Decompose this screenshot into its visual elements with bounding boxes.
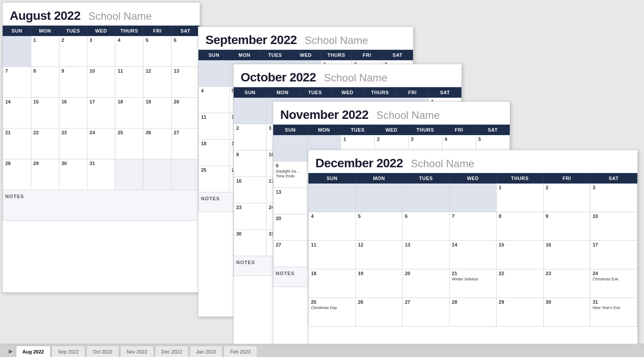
col-header-sun: SUN (3, 26, 31, 36)
day-number: 29 (499, 299, 504, 305)
day-number: 9 (62, 68, 64, 74)
calendar-cell: 8 (31, 67, 59, 98)
notes-row: NOTES (3, 190, 200, 221)
col-header-sat: SAT (590, 173, 637, 184)
event-new-years-eve: New Year's Eve (593, 305, 635, 310)
calendar-cell: 21Winter Solstice (450, 269, 497, 298)
day-number: 23 (546, 271, 551, 276)
event-christmas-day: Christmas Day (311, 305, 353, 310)
day-number: 25 (117, 130, 123, 135)
day-number: 21 (5, 130, 11, 135)
calendar-cell: 31 (87, 159, 115, 190)
day-number: 13 (405, 242, 410, 247)
day-number: 1 (343, 136, 346, 142)
day-number: 5 (358, 213, 361, 219)
day-number: 20 (405, 271, 410, 276)
calendar-cell: 24Christmas Eve (590, 269, 637, 298)
aug-grid: SUNMONTUESWEDTHURSFRISAT 123456789101112… (3, 26, 200, 221)
col-header-mon: MON (266, 88, 299, 98)
tab-nov-2022[interactable]: Nov 2022 (120, 346, 154, 357)
dec-grid: SUNMONTUESWEDTHURSFRISAT 123456789101112… (308, 173, 637, 327)
calendar-cell (143, 159, 172, 190)
day-number: 26 (358, 299, 363, 305)
day-number: 25 (311, 299, 316, 305)
calendar-row: 18192021Winter Solstice222324Christmas E… (309, 269, 637, 298)
calendar-cell: 27 (402, 298, 450, 327)
day-number: 20 (174, 99, 179, 104)
day-number: 30 (236, 231, 242, 236)
col-header-wed: WED (290, 50, 321, 60)
col-header-thurs: THURS (115, 26, 143, 36)
calendar-cell: 2 (59, 36, 87, 67)
calendar-row: 25Christmas Day262728293031New Year's Ev… (309, 298, 637, 327)
tab-left-arrow[interactable]: ▶ (6, 346, 15, 357)
calendar-cell: 18 (115, 98, 143, 129)
nov-school: School Name (377, 109, 440, 121)
calendar-cell: 11 (115, 67, 143, 98)
day-number: 8 (33, 68, 36, 74)
calendar-cell: 6Daylight Sa... Time Ends (274, 162, 307, 188)
calendar-cell: 13 (172, 67, 200, 98)
day-number: 16 (62, 99, 67, 104)
calendar-cell: 3 (590, 184, 637, 212)
calendar-row: 45678910 (309, 212, 637, 241)
day-number: 29 (33, 161, 39, 166)
sep-school: School Name (305, 34, 368, 47)
day-number: 4 (117, 37, 120, 43)
calendar-cell: 30 (543, 298, 590, 327)
calendar-row: 11121314151617 (309, 241, 637, 269)
col-header-sat: SAT (476, 125, 510, 135)
calendar-cell: 9 (59, 67, 87, 98)
calendar-cell: 23 (234, 203, 267, 230)
day-number: 6 (276, 163, 278, 168)
calendar-cell: 19 (355, 269, 402, 298)
calendar-row: 21222324252627 (3, 129, 200, 159)
calendar-cell: 29 (31, 159, 59, 190)
day-number: 4 (445, 136, 447, 142)
col-header-tues: TUES (341, 125, 375, 135)
tab-oct-2022[interactable]: Oct 2022 (86, 346, 119, 357)
day-number: 4 (201, 88, 204, 93)
dec-school: School Name (411, 158, 474, 170)
calendar-cell: 20 (274, 214, 307, 241)
day-number: 15 (33, 99, 39, 104)
oct-school: School Name (324, 72, 387, 84)
calendar-cell (234, 98, 267, 124)
col-header-mon: MON (307, 125, 341, 135)
calendar-cell: 11 (199, 113, 230, 140)
day-number: 28 (5, 161, 11, 166)
tab-sep-2022[interactable]: Sep 2022 (51, 346, 85, 357)
calendar-cell: 2 (234, 124, 267, 151)
calendar-cell: 10 (87, 67, 115, 98)
day-number: 12 (358, 242, 363, 247)
calendar-cell: 22 (31, 129, 59, 159)
calendar-cell: 15 (496, 241, 543, 269)
event-christmas-eve: Christmas Eve (593, 277, 635, 282)
august-calendar-sheet: August 2022 School Name SUNMONTUESWEDTHU… (2, 2, 200, 293)
aug-school: School Name (88, 10, 152, 22)
calendar-cell: 1 (31, 36, 59, 67)
day-number: 15 (499, 242, 504, 247)
day-number: 6 (174, 37, 176, 43)
calendar-cell: 17 (590, 241, 637, 269)
calendar-cell: 31New Year's Eve (590, 298, 637, 327)
day-number: 16 (236, 178, 242, 184)
tab-dec-2022[interactable]: Dec 2022 (155, 346, 189, 357)
col-header-fri: FRI (396, 88, 429, 98)
day-number: 11 (117, 68, 123, 74)
tab-jan-2023[interactable]: Jan 2023 (190, 346, 223, 357)
calendar-cell: 4 (115, 36, 143, 67)
calendar-cell: 19 (143, 98, 172, 129)
day-number: 10 (593, 213, 598, 219)
calendar-cell: 23 (59, 129, 87, 159)
calendar-cell: 18 (309, 269, 356, 298)
day-number: 27 (405, 299, 410, 305)
col-header-sat: SAT (382, 50, 413, 60)
calendar-cell: 13 (402, 241, 450, 269)
tab-feb-2023[interactable]: Feb 2023 (223, 346, 257, 357)
tab-aug-2022[interactable]: Aug 2022 (16, 346, 51, 357)
calendar-cell: 15 (31, 98, 59, 129)
calendar-cell: 30 (59, 159, 87, 190)
col-header-sun: SUN (234, 88, 267, 98)
calendar-cell: 14 (450, 241, 497, 269)
